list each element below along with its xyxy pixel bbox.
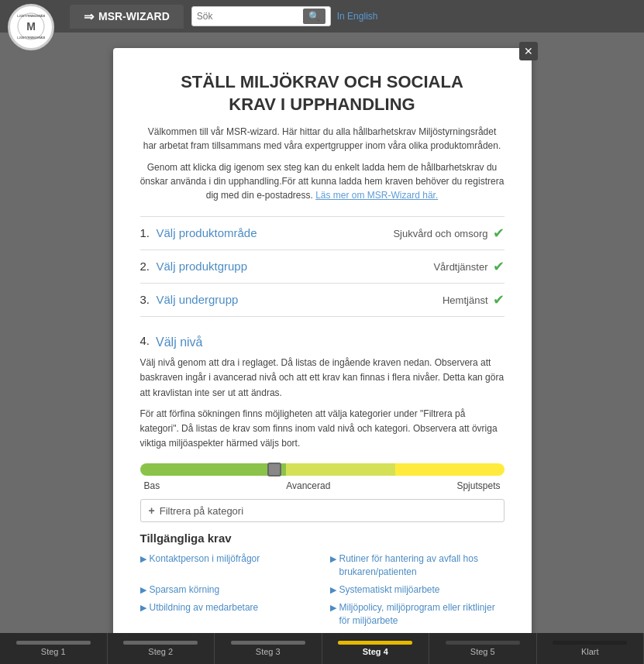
step4-desc2: För att förfina sökningen finns möjlighe… [140, 407, 505, 452]
klart-bar [553, 641, 627, 645]
step4-number: 4. [140, 334, 150, 347]
req-item-3[interactable]: ▶ Systematiskt miljöarbete [330, 583, 505, 597]
slider-label-spjutspets: Spjutspets [456, 480, 500, 491]
step2-value: Vårdtjänster [433, 261, 487, 273]
step1-progress-label: Steg 1 [41, 647, 66, 656]
req-item-4[interactable]: ▶ Utbildning av medarbetare [140, 601, 315, 628]
req-arrow-icon-2: ▶ [140, 584, 146, 596]
level-slider-container: Bas Avancerad Spjutspets [140, 463, 505, 491]
step1-label: Välj produktområde [156, 226, 257, 239]
progress-step-4[interactable]: Steg 4 [322, 633, 430, 664]
req-item-0[interactable]: ▶ Kontaktperson i miljöfrågor [140, 552, 315, 579]
step1-value: Sjukvård och omsorg [393, 228, 487, 239]
step4-desc1: Välj nivå genom att dra i reglaget. Då l… [140, 356, 505, 401]
step3-progress-label: Steg 3 [256, 647, 281, 656]
msr-wizard-link[interactable]: Läs mer om MSR-Wizard här. [315, 190, 438, 201]
req-arrow-icon-3: ▶ [330, 584, 336, 596]
req-item-2[interactable]: ▶ Sparsam körning [140, 583, 315, 597]
available-title: Tillgängliga krav [140, 532, 505, 545]
step2-label: Välj produktgrupp [156, 260, 247, 273]
req-text-0: Kontaktperson i miljöfrågor [150, 552, 260, 566]
step5-bar [446, 641, 520, 645]
step3-label: Välj undergrupp [156, 293, 238, 306]
step2-bar [123, 641, 198, 645]
step2-check-icon: ✔ [493, 258, 505, 275]
klart-progress-label: Klart [581, 647, 599, 656]
slider-labels: Bas Avancerad Spjutspets [140, 480, 505, 491]
progress-step-5[interactable]: Steg 5 [429, 633, 537, 664]
req-text-5: Miljöpolicy, miljöprogram eller riktlinj… [339, 601, 505, 628]
step1-bar [16, 641, 91, 645]
progress-step-3[interactable]: Steg 3 [215, 633, 322, 664]
filter-category-button[interactable]: + Filtrera på kategori [140, 499, 505, 522]
filter-label: Filtrera på kategori [160, 505, 243, 517]
step1-number: 1. [140, 226, 150, 239]
card-title: STÄLL MILJÖKRAV OCH SOCIALA KRAV I UPPHA… [140, 71, 505, 115]
req-text-4: Utbildning av medarbetare [150, 601, 259, 614]
step-1-row[interactable]: 1. Välj produktområde Sjukvård och omsor… [140, 216, 505, 249]
req-item-5[interactable]: ▶ Miljöpolicy, miljöprogram eller riktli… [330, 601, 505, 628]
header: MILJÖSTYRNINGSRÅDET MILJÖSTYRNINGSRÅDET … [0, 0, 644, 33]
req-text-1: Rutiner för hantering av avfall hos bruk… [339, 552, 505, 579]
svg-text:MILJÖSTYRNINGSRÅDET: MILJÖSTYRNINGSRÅDET [17, 14, 45, 18]
req-item-1[interactable]: ▶ Rutiner för hantering av avfall hos br… [330, 552, 505, 579]
slider-track [140, 463, 505, 476]
req-text-3: Systematiskt miljöarbete [339, 583, 440, 597]
step2-progress-label: Steg 2 [148, 647, 173, 656]
search-input[interactable] [197, 11, 301, 22]
progress-step-klart[interactable]: Klart [537, 633, 645, 664]
wizard-card: ✕ STÄLL MILJÖKRAV OCH SOCIALA KRAV I UPP… [113, 48, 532, 664]
progress-step-1[interactable]: Steg 1 [0, 633, 108, 664]
logo-text: MILJÖSTYRNINGSRÅDET MILJÖSTYRNINGSRÅDET … [17, 12, 45, 42]
svg-text:MILJÖSTYRNINGSRÅDET: MILJÖSTYRNINGSRÅDET [17, 36, 45, 40]
search-button[interactable]: 🔍 [303, 9, 325, 24]
step2-number: 2. [140, 260, 150, 273]
card-intro2: Genom att klicka dig igenom sex steg kan… [140, 160, 505, 202]
req-arrow-icon-1: ▶ [330, 553, 336, 565]
train-icon: ⇒ [84, 9, 94, 24]
step4-progress-label: Steg 4 [363, 647, 388, 656]
main-content: ✕ STÄLL MILJÖKRAV OCH SOCIALA KRAV I UPP… [0, 33, 644, 664]
card-intro1: Välkommen till vår MSR-wizard. Här hitta… [140, 125, 505, 153]
close-button[interactable]: ✕ [519, 42, 538, 60]
slider-label-bas: Bas [144, 480, 160, 491]
wizard-tab-label: MSR-WIZARD [98, 10, 170, 22]
req-arrow-icon-4: ▶ [140, 602, 146, 614]
step3-number: 3. [140, 293, 150, 306]
step1-check-icon: ✔ [493, 225, 505, 242]
progress-bar: Steg 1 Steg 2 Steg 3 Steg 4 Steg 5 Klart [0, 633, 644, 664]
step3-check-icon: ✔ [493, 291, 505, 308]
step3-value: Hemtjänst [443, 294, 488, 306]
svg-text:M: M [26, 20, 36, 33]
requirements-grid: ▶ Kontaktperson i miljöfrågor ▶ Rutiner … [140, 552, 505, 645]
req-arrow-icon-5: ▶ [330, 602, 336, 614]
slider-thumb[interactable] [267, 463, 281, 476]
language-link[interactable]: In English [337, 11, 378, 22]
step3-bar [231, 641, 305, 645]
progress-step-2[interactable]: Steg 2 [108, 633, 215, 664]
req-text-2: Sparsam körning [150, 583, 220, 597]
msr-wizard-tab[interactable]: ⇒ MSR-WIZARD [70, 5, 184, 29]
step-3-row[interactable]: 3. Välj undergrupp Hemtjänst ✔ [140, 283, 505, 316]
step5-progress-label: Steg 5 [470, 647, 495, 656]
logo: MILJÖSTYRNINGSRÅDET MILJÖSTYRNINGSRÅDET … [8, 4, 54, 50]
search-box: 🔍 [191, 6, 331, 26]
req-arrow-icon-0: ▶ [140, 553, 146, 565]
step4-bar [338, 641, 412, 645]
step4-label: Välj nivå [156, 335, 202, 349]
filter-plus-icon: + [149, 504, 155, 517]
step-4-section: 4. Välj nivå Välj nivå genom att dra i r… [140, 316, 505, 645]
step-2-row[interactable]: 2. Välj produktgrupp Vårdtjänster ✔ [140, 249, 505, 283]
slider-label-avancerad: Avancerad [286, 480, 330, 491]
